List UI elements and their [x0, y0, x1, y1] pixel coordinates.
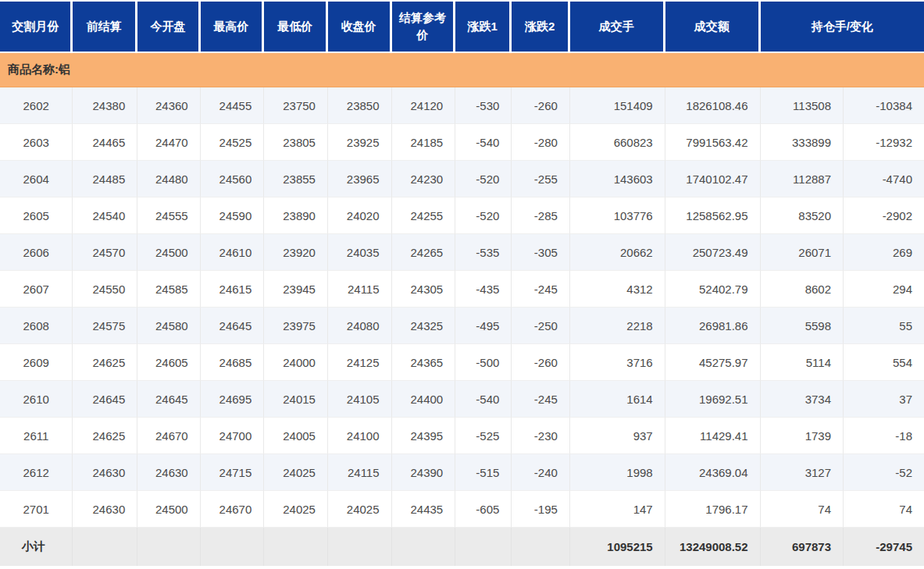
cell-settle_ref: 24230: [392, 161, 456, 197]
cell-change2: -240: [512, 454, 570, 491]
cell-turnover: 1740102.47: [665, 161, 761, 197]
subtotal-empty-cell: [455, 528, 512, 566]
cell-close: 24125: [328, 344, 392, 381]
cell-settle_ref: 24325: [392, 308, 456, 344]
column-header-open: 今开盘: [137, 0, 200, 53]
cell-prev_settle: 24540: [73, 197, 137, 234]
cell-open_interest: 5598: [761, 308, 844, 344]
cell-volume: 1998: [570, 454, 665, 491]
cell-change1: -495: [455, 308, 512, 344]
column-header-low: 最低价: [264, 0, 328, 53]
cell-oi_change: 269: [844, 234, 924, 271]
cell-oi_change: 294: [844, 271, 924, 308]
cell-oi_change: 74: [844, 491, 924, 528]
subtotal-oi-change: -29745: [844, 528, 924, 566]
cell-turnover: 26981.86: [665, 308, 761, 344]
cell-high: 24560: [201, 161, 265, 197]
cell-prev_settle: 24575: [73, 308, 137, 344]
cell-change1: -605: [455, 491, 512, 528]
cell-open: 24555: [137, 197, 200, 234]
cell-low: 23855: [264, 161, 328, 197]
cell-oi_change: -18: [844, 418, 924, 454]
cell-turnover: 45275.97: [665, 344, 761, 381]
cell-settle_ref: 24265: [392, 234, 456, 271]
cell-low: 24025: [264, 454, 328, 491]
product-name-label: 商品名称:铝: [0, 53, 924, 87]
subtotal-empty-cell: [137, 528, 200, 566]
cell-settle_ref: 24185: [392, 124, 456, 161]
table-row: 2602243802436024455237502385024120-530-2…: [0, 87, 924, 124]
cell-change1: -520: [455, 197, 512, 234]
cell-close: 24025: [328, 491, 392, 528]
column-header-high: 最高价: [201, 0, 265, 53]
cell-low: 23945: [264, 271, 328, 308]
cell-high: 24645: [201, 308, 265, 344]
cell-close: 23965: [328, 161, 392, 197]
cell-oi_change: -12932: [844, 124, 924, 161]
cell-open_interest: 1739: [761, 418, 844, 454]
subtotal-empty-cell: [392, 528, 456, 566]
cell-open_interest: 333899: [761, 124, 844, 161]
cell-volume: 3716: [570, 344, 665, 381]
cell-oi_change: -10384: [844, 87, 924, 124]
product-name-row: 商品名称:铝: [0, 53, 924, 87]
subtotal-empty-cell: [73, 528, 137, 566]
cell-open: 24645: [137, 381, 200, 418]
cell-high: 24590: [201, 197, 265, 234]
table-row: 2608245752458024645239752408024325-495-2…: [0, 308, 924, 344]
cell-low: 23805: [264, 124, 328, 161]
subtotal-empty-cell: [264, 528, 328, 566]
cell-change2: -245: [512, 381, 570, 418]
cell-close: 24100: [328, 418, 392, 454]
cell-change2: -255: [512, 161, 570, 197]
cell-close: 24105: [328, 381, 392, 418]
table-row: 2609246252460524685240002412524365-500-2…: [0, 344, 924, 381]
cell-volume: 143603: [570, 161, 665, 197]
cell-change2: -250: [512, 308, 570, 344]
table-row: 2701246302450024670240252402524435-605-1…: [0, 491, 924, 528]
cell-turnover: 1258562.95: [665, 197, 761, 234]
cell-settle_ref: 24395: [392, 418, 456, 454]
quotes-page: 交割月份前结算今开盘最高价最低价收盘价结算参考价涨跌1涨跌2成交手成交额持仓手/…: [0, 0, 924, 569]
cell-volume: 20662: [570, 234, 665, 271]
cell-volume: 4312: [570, 271, 665, 308]
cell-high: 24455: [201, 87, 265, 124]
cell-change1: -435: [455, 271, 512, 308]
table-row: 2611246252467024700240052410024395-525-2…: [0, 418, 924, 454]
header-row: 交割月份前结算今开盘最高价最低价收盘价结算参考价涨跌1涨跌2成交手成交额持仓手/…: [0, 0, 924, 53]
cell-change2: -305: [512, 234, 570, 271]
cell-change2: -195: [512, 491, 570, 528]
cell-volume: 1614: [570, 381, 665, 418]
cell-open: 24630: [137, 454, 200, 491]
cell-high: 24685: [201, 344, 265, 381]
table-body: 商品名称:铝 260224380243602445523750238502412…: [0, 53, 924, 566]
cell-open: 24585: [137, 271, 200, 308]
cell-open_interest: 3127: [761, 454, 844, 491]
column-header-close: 收盘价: [328, 0, 392, 53]
cell-open: 24470: [137, 124, 200, 161]
cell-change1: -535: [455, 234, 512, 271]
cell-high: 24715: [201, 454, 265, 491]
cell-oi_change: -52: [844, 454, 924, 491]
cell-month: 2603: [0, 124, 73, 161]
cell-open_interest: 83520: [761, 197, 844, 234]
cell-month: 2604: [0, 161, 73, 197]
cell-change1: -500: [455, 344, 512, 381]
cell-turnover: 11429.41: [665, 418, 761, 454]
cell-month: 2701: [0, 491, 73, 528]
subtotal-label: 小计: [0, 528, 73, 566]
cell-month: 2605: [0, 197, 73, 234]
subtotal-volume: 1095215: [570, 528, 665, 566]
cell-settle_ref: 24435: [392, 491, 456, 528]
cell-turnover: 1796.17: [665, 491, 761, 528]
cell-open: 24480: [137, 161, 200, 197]
cell-prev_settle: 24625: [73, 418, 137, 454]
cell-month: 2611: [0, 418, 73, 454]
cell-change1: -515: [455, 454, 512, 491]
cell-change1: -540: [455, 381, 512, 418]
cell-oi_change: 37: [844, 381, 924, 418]
cell-open: 24500: [137, 234, 200, 271]
cell-settle_ref: 24305: [392, 271, 456, 308]
cell-turnover: 19692.51: [665, 381, 761, 418]
cell-change2: -245: [512, 271, 570, 308]
